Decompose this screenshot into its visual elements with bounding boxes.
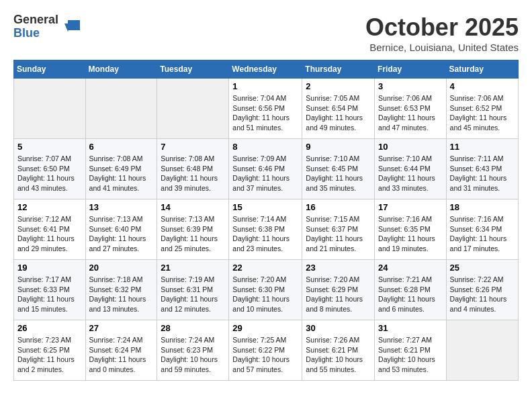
day-number: 30: [306, 323, 371, 333]
day-number: 8: [232, 142, 298, 152]
calendar-week-row: 26Sunrise: 7:23 AMSunset: 6:25 PMDayligh…: [14, 320, 519, 381]
day-number: 18: [450, 202, 515, 212]
calendar-cell: 23Sunrise: 7:20 AMSunset: 6:29 PMDayligh…: [302, 260, 375, 320]
calendar-cell: 11Sunrise: 7:11 AMSunset: 6:43 PMDayligh…: [446, 139, 518, 199]
cell-content: Sunrise: 7:16 AMSunset: 6:35 PMDaylight:…: [378, 214, 443, 254]
calendar-table: SundayMondayTuesdayWednesdayThursdayFrid…: [13, 60, 519, 381]
cell-content: Sunrise: 7:18 AMSunset: 6:32 PMDaylight:…: [89, 275, 154, 314]
calendar-cell: 31Sunrise: 7:27 AMSunset: 6:21 PMDayligh…: [375, 320, 447, 381]
cell-content: Sunrise: 7:15 AMSunset: 6:37 PMDaylight:…: [306, 214, 371, 254]
calendar-cell: 20Sunrise: 7:18 AMSunset: 6:32 PMDayligh…: [85, 260, 157, 320]
calendar-cell: 27Sunrise: 7:24 AMSunset: 6:24 PMDayligh…: [85, 320, 157, 381]
day-number: 17: [378, 202, 443, 212]
calendar-cell: 12Sunrise: 7:12 AMSunset: 6:41 PMDayligh…: [14, 199, 86, 260]
day-number: 24: [378, 263, 443, 273]
calendar-cell: 7Sunrise: 7:08 AMSunset: 6:48 PMDaylight…: [157, 139, 229, 199]
calendar-cell: 21Sunrise: 7:19 AMSunset: 6:31 PMDayligh…: [157, 260, 229, 320]
calendar-cell: 15Sunrise: 7:14 AMSunset: 6:38 PMDayligh…: [229, 199, 302, 260]
day-number: 15: [232, 202, 298, 212]
calendar-cell: 18Sunrise: 7:16 AMSunset: 6:34 PMDayligh…: [446, 199, 518, 260]
day-number: 16: [306, 202, 371, 212]
calendar-cell: 1Sunrise: 7:04 AMSunset: 6:56 PMDaylight…: [229, 79, 302, 139]
month-title: October 2025: [365, 13, 519, 42]
calendar-cell: 6Sunrise: 7:08 AMSunset: 6:49 PMDaylight…: [85, 139, 157, 199]
cell-content: Sunrise: 7:23 AMSunset: 6:25 PMDaylight:…: [17, 335, 82, 375]
calendar-cell: 24Sunrise: 7:21 AMSunset: 6:28 PMDayligh…: [375, 260, 447, 320]
calendar-cell: [446, 320, 518, 381]
day-number: 29: [232, 323, 298, 333]
calendar-cell: 26Sunrise: 7:23 AMSunset: 6:25 PMDayligh…: [14, 320, 86, 381]
cell-content: Sunrise: 7:08 AMSunset: 6:49 PMDaylight:…: [89, 154, 154, 193]
day-number: 31: [378, 323, 443, 333]
day-number: 28: [161, 323, 225, 333]
day-number: 21: [161, 263, 225, 273]
calendar-cell: 22Sunrise: 7:20 AMSunset: 6:30 PMDayligh…: [229, 260, 302, 320]
calendar-cell: 19Sunrise: 7:17 AMSunset: 6:33 PMDayligh…: [14, 260, 86, 320]
day-number: 27: [89, 323, 154, 333]
calendar-cell: 30Sunrise: 7:26 AMSunset: 6:21 PMDayligh…: [302, 320, 375, 381]
cell-content: Sunrise: 7:27 AMSunset: 6:21 PMDaylight:…: [378, 335, 443, 375]
day-number: 12: [17, 202, 82, 212]
page-header: General Blue October 2025 Bernice, Louis…: [13, 13, 519, 53]
cell-content: Sunrise: 7:22 AMSunset: 6:26 PMDaylight:…: [450, 275, 515, 314]
cell-content: Sunrise: 7:12 AMSunset: 6:41 PMDaylight:…: [17, 214, 82, 254]
calendar-cell: 28Sunrise: 7:24 AMSunset: 6:23 PMDayligh…: [157, 320, 229, 381]
cell-content: Sunrise: 7:20 AMSunset: 6:29 PMDaylight:…: [306, 275, 371, 314]
day-number: 1: [232, 81, 298, 91]
cell-content: Sunrise: 7:24 AMSunset: 6:24 PMDaylight:…: [89, 335, 154, 375]
cell-content: Sunrise: 7:10 AMSunset: 6:44 PMDaylight:…: [378, 154, 443, 193]
calendar-cell: 25Sunrise: 7:22 AMSunset: 6:26 PMDayligh…: [446, 260, 518, 320]
cell-content: Sunrise: 7:16 AMSunset: 6:34 PMDaylight:…: [450, 214, 515, 254]
cell-content: Sunrise: 7:21 AMSunset: 6:28 PMDaylight:…: [378, 275, 443, 314]
cell-content: Sunrise: 7:06 AMSunset: 6:52 PMDaylight:…: [450, 93, 515, 133]
logo-blue-text: Blue: [13, 27, 58, 40]
calendar-cell: 5Sunrise: 7:07 AMSunset: 6:50 PMDaylight…: [14, 139, 86, 199]
calendar-cell: 16Sunrise: 7:15 AMSunset: 6:37 PMDayligh…: [302, 199, 375, 260]
day-number: 7: [161, 142, 225, 152]
cell-content: Sunrise: 7:07 AMSunset: 6:50 PMDaylight:…: [17, 154, 82, 193]
weekday-header-friday: Friday: [375, 60, 447, 79]
weekday-header-row: SundayMondayTuesdayWednesdayThursdayFrid…: [14, 60, 519, 79]
day-number: 3: [378, 81, 443, 91]
day-number: 10: [378, 142, 443, 152]
calendar-cell: 2Sunrise: 7:05 AMSunset: 6:54 PMDaylight…: [302, 79, 375, 139]
day-number: 22: [232, 263, 298, 273]
location-subtitle: Bernice, Louisiana, United States: [365, 42, 519, 53]
cell-content: Sunrise: 7:04 AMSunset: 6:56 PMDaylight:…: [232, 93, 298, 133]
logo-icon: [61, 17, 81, 37]
cell-content: Sunrise: 7:08 AMSunset: 6:48 PMDaylight:…: [161, 154, 225, 193]
cell-content: Sunrise: 7:10 AMSunset: 6:45 PMDaylight:…: [306, 154, 371, 193]
day-number: 4: [450, 81, 515, 91]
weekday-header-sunday: Sunday: [14, 60, 86, 79]
weekday-header-wednesday: Wednesday: [229, 60, 302, 79]
calendar-week-row: 5Sunrise: 7:07 AMSunset: 6:50 PMDaylight…: [14, 139, 519, 199]
calendar-cell: [85, 79, 157, 139]
cell-content: Sunrise: 7:06 AMSunset: 6:53 PMDaylight:…: [378, 93, 443, 133]
cell-content: Sunrise: 7:17 AMSunset: 6:33 PMDaylight:…: [17, 275, 82, 314]
cell-content: Sunrise: 7:24 AMSunset: 6:23 PMDaylight:…: [161, 335, 225, 375]
cell-content: Sunrise: 7:13 AMSunset: 6:40 PMDaylight:…: [89, 214, 154, 254]
day-number: 6: [89, 142, 154, 152]
calendar-week-row: 1Sunrise: 7:04 AMSunset: 6:56 PMDaylight…: [14, 79, 519, 139]
day-number: 2: [306, 81, 371, 91]
day-number: 23: [306, 263, 371, 273]
calendar-cell: 10Sunrise: 7:10 AMSunset: 6:44 PMDayligh…: [375, 139, 447, 199]
calendar-cell: 29Sunrise: 7:25 AMSunset: 6:22 PMDayligh…: [229, 320, 302, 381]
cell-content: Sunrise: 7:13 AMSunset: 6:39 PMDaylight:…: [161, 214, 225, 254]
cell-content: Sunrise: 7:05 AMSunset: 6:54 PMDaylight:…: [306, 93, 371, 133]
cell-content: Sunrise: 7:09 AMSunset: 6:46 PMDaylight:…: [232, 154, 298, 193]
weekday-header-tuesday: Tuesday: [157, 60, 229, 79]
calendar-week-row: 19Sunrise: 7:17 AMSunset: 6:33 PMDayligh…: [14, 260, 519, 320]
cell-content: Sunrise: 7:26 AMSunset: 6:21 PMDaylight:…: [306, 335, 371, 375]
day-number: 5: [17, 142, 82, 152]
day-number: 9: [306, 142, 371, 152]
weekday-header-saturday: Saturday: [446, 60, 518, 79]
day-number: 19: [17, 263, 82, 273]
calendar-cell: [14, 79, 86, 139]
cell-content: Sunrise: 7:14 AMSunset: 6:38 PMDaylight:…: [232, 214, 298, 254]
cell-content: Sunrise: 7:20 AMSunset: 6:30 PMDaylight:…: [232, 275, 298, 314]
calendar-cell: 4Sunrise: 7:06 AMSunset: 6:52 PMDaylight…: [446, 79, 518, 139]
calendar-cell: 9Sunrise: 7:10 AMSunset: 6:45 PMDaylight…: [302, 139, 375, 199]
calendar-cell: 14Sunrise: 7:13 AMSunset: 6:39 PMDayligh…: [157, 199, 229, 260]
day-number: 25: [450, 263, 515, 273]
